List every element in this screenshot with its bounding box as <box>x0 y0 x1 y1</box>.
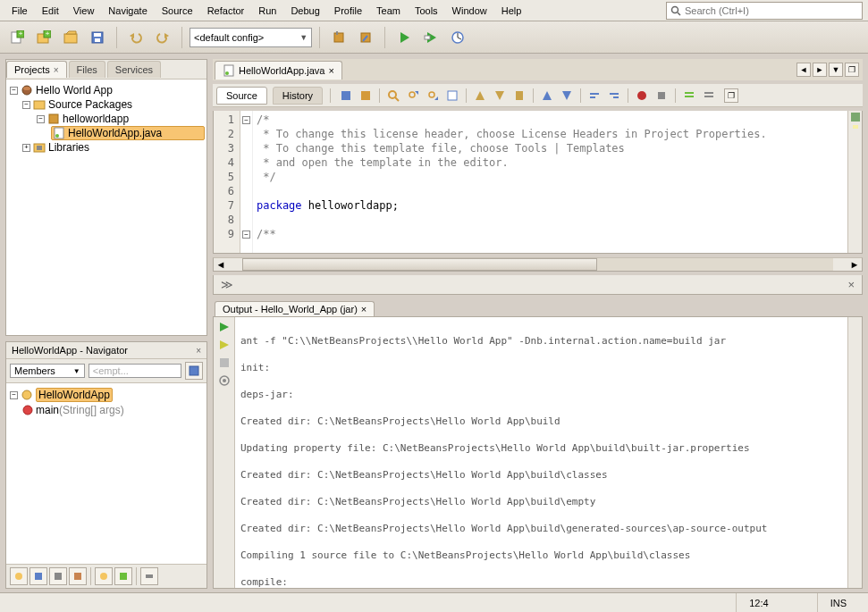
editor-max-button[interactable]: ❐ <box>724 88 738 103</box>
fold-column[interactable]: − − <box>240 111 253 253</box>
editor-btn-highlight[interactable] <box>444 88 460 104</box>
nav-filter-4[interactable] <box>69 567 87 585</box>
menu-source[interactable]: Source <box>156 3 199 19</box>
tab-nav-next[interactable]: ► <box>813 63 827 77</box>
tree-java-file[interactable]: HelloWorldApp.java <box>51 126 205 140</box>
open-project-button[interactable] <box>59 26 82 49</box>
svg-rect-55 <box>516 91 523 100</box>
editor-btn-macro-stop[interactable] <box>653 88 670 104</box>
editor-btn-findprev[interactable] <box>405 88 421 104</box>
tab-nav-prev[interactable]: ◄ <box>796 63 811 77</box>
tab-nav-max[interactable]: ❐ <box>845 63 859 77</box>
search-input[interactable] <box>685 5 858 16</box>
output-settings-button[interactable] <box>218 374 231 387</box>
new-file-button[interactable]: + <box>5 26 29 49</box>
tree-project-root[interactable]: −Hello World App <box>8 83 205 97</box>
editor-btn-macro-rec[interactable] <box>634 88 650 104</box>
svg-text:+: + <box>19 30 23 38</box>
menu-edit[interactable]: Edit <box>36 3 65 19</box>
save-all-button[interactable] <box>86 26 109 49</box>
nav-filter-1[interactable] <box>10 567 28 585</box>
code-editor[interactable]: 123456789 − − /* * To change this licens… <box>213 111 863 254</box>
tab-projects[interactable]: Projects× <box>6 61 67 78</box>
clean-build-button[interactable] <box>354 26 377 49</box>
nav-filter-7[interactable] <box>140 567 158 585</box>
output-vscrollbar[interactable] <box>847 317 862 588</box>
menu-help[interactable]: Help <box>495 3 528 19</box>
tab-files[interactable]: Files <box>69 61 105 78</box>
run-button[interactable] <box>392 26 416 49</box>
editor-hscrollbar[interactable]: ◄ ► <box>213 257 863 272</box>
editor-btn-next-err[interactable] <box>559 88 575 104</box>
editor-vscrollbar[interactable] <box>847 111 862 253</box>
editor-btn-1[interactable] <box>338 88 354 104</box>
close-icon[interactable]: × <box>196 346 201 356</box>
svg-point-25 <box>23 87 30 90</box>
project-tree[interactable]: −Hello World App −Source Packages −hello… <box>6 80 206 335</box>
editor-tab-bar: HelloWorldApp.java × ◄ ► ▼ ❐ <box>213 59 863 80</box>
nav-filter-3[interactable] <box>49 567 67 585</box>
editor-btn-shift-left[interactable] <box>586 88 603 104</box>
menu-navigate[interactable]: Navigate <box>102 3 153 19</box>
editor-tab-file[interactable]: HelloWorldApp.java × <box>215 61 342 80</box>
menu-debug[interactable]: Debug <box>284 3 325 19</box>
menu-tools[interactable]: Tools <box>409 3 444 19</box>
editor-btn-shift-right[interactable] <box>606 88 622 104</box>
output-rerun-button[interactable] <box>218 339 231 351</box>
subtab-history[interactable]: History <box>273 87 323 105</box>
debug-button[interactable] <box>419 26 442 49</box>
svg-rect-26 <box>34 101 45 109</box>
run-config-select[interactable]: <default config> ▼ <box>190 28 312 47</box>
tree-package[interactable]: −helloworldapp <box>8 112 205 126</box>
editor-btn-togglebm[interactable] <box>511 88 527 104</box>
editor-btn-uncomment[interactable] <box>701 88 717 104</box>
subtab-source[interactable]: Source <box>216 87 267 105</box>
undo-button[interactable] <box>124 26 147 49</box>
nav-class[interactable]: −HelloWorldApp <box>8 387 205 403</box>
menu-run[interactable]: Run <box>252 3 282 19</box>
close-icon[interactable]: × <box>54 65 59 75</box>
tree-source-packages[interactable]: −Source Packages <box>8 97 205 112</box>
profile-button[interactable] <box>446 26 469 49</box>
output-run-button[interactable] <box>218 321 231 333</box>
menu-file[interactable]: File <box>5 3 34 19</box>
nav-filter-2[interactable] <box>29 567 47 585</box>
close-icon[interactable]: × <box>361 304 367 314</box>
code-text[interactable]: /* * To change this license header, choo… <box>253 111 847 253</box>
menu-view[interactable]: View <box>67 3 101 19</box>
nav-filter-6[interactable] <box>114 567 132 585</box>
editor-btn-prev-err[interactable] <box>539 88 555 104</box>
new-project-button[interactable]: + <box>32 26 55 49</box>
redo-button[interactable] <box>151 26 174 49</box>
menu-profile[interactable]: Profile <box>328 3 368 19</box>
quick-search[interactable] <box>666 2 863 20</box>
editor-btn-find[interactable] <box>385 88 401 104</box>
nav-filter-button[interactable] <box>185 362 203 380</box>
build-button[interactable] <box>327 26 350 49</box>
output-stop-button[interactable] <box>218 356 231 369</box>
nav-filter-5[interactable] <box>95 567 113 585</box>
svg-point-62 <box>637 91 646 100</box>
editor-btn-nextbm[interactable] <box>492 88 508 104</box>
members-dropdown[interactable]: Members▼ <box>10 364 85 378</box>
menu-window[interactable]: Window <box>446 3 493 19</box>
editor-btn-2[interactable] <box>358 88 374 104</box>
editor-btn-findnext[interactable] <box>425 88 441 104</box>
tab-services[interactable]: Services <box>107 61 161 78</box>
menu-team[interactable]: Team <box>370 3 407 19</box>
tree-libraries[interactable]: +Libraries <box>8 140 205 155</box>
tab-nav-list[interactable]: ▼ <box>829 63 843 77</box>
editor-btn-prevbm[interactable] <box>472 88 488 104</box>
nav-method[interactable]: main(String[] args) <box>8 403 205 417</box>
output-text[interactable]: ant -f "C:\\NetBeansProjects\\Hello Worl… <box>235 317 847 588</box>
close-icon[interactable]: × <box>847 278 855 291</box>
svg-point-34 <box>23 406 32 415</box>
output-tab[interactable]: Output - Hello_World_App (jar) × <box>215 301 375 316</box>
editor-btn-comment[interactable] <box>681 88 697 104</box>
close-icon[interactable]: × <box>328 65 333 76</box>
svg-marker-53 <box>476 91 485 100</box>
filter-field[interactable]: <empt... <box>88 364 181 378</box>
menu-refactor[interactable]: Refactor <box>201 3 251 19</box>
navigator-tree[interactable]: −HelloWorldApp main(String[] args) <box>6 383 206 564</box>
editor-breadcrumb[interactable]: ≫ × <box>213 275 863 295</box>
